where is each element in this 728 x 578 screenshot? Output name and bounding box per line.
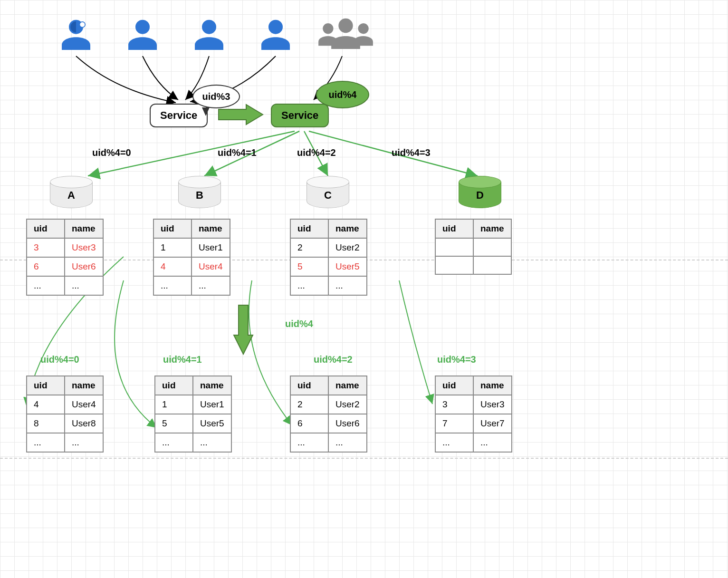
table-row: 5User5 <box>290 257 367 276</box>
cell: 4 <box>153 257 192 276</box>
table-d: uidname <box>435 219 512 275</box>
branch-label: uid%4=1 <box>218 147 257 158</box>
table-row: ...... <box>435 433 512 452</box>
cell: 6 <box>290 414 328 433</box>
cell <box>473 238 511 256</box>
service-label: Service <box>281 109 318 121</box>
col-header: uid <box>290 219 328 238</box>
bottom-branch-label: uid%4=3 <box>437 354 476 365</box>
cell: User7 <box>473 414 512 433</box>
table-a: uidname3User36User6...... <box>26 219 104 296</box>
col-header: uid <box>155 376 193 395</box>
table-row: 2User2 <box>290 395 367 414</box>
cell: 3 <box>435 395 473 414</box>
table-result-0: uidname4User48User8...... <box>26 376 104 453</box>
cell: ... <box>27 433 65 452</box>
cell: ... <box>193 433 231 452</box>
cell: 1 <box>153 238 192 257</box>
cell: ... <box>290 433 328 452</box>
user-icon <box>57 17 95 57</box>
cell: 8 <box>27 414 65 433</box>
bottom-branch-label: uid%4=1 <box>163 354 202 365</box>
cell: 2 <box>290 238 328 257</box>
table-row <box>435 238 511 256</box>
col-header: uid <box>435 376 473 395</box>
cell: User3 <box>65 238 103 257</box>
col-header: name <box>193 376 231 395</box>
col-header: name <box>473 219 511 238</box>
cyl-label: D <box>476 189 484 202</box>
cell <box>435 256 473 274</box>
cell: ... <box>65 433 103 452</box>
table-row: 7User7 <box>435 414 512 433</box>
col-header: uid <box>435 219 473 238</box>
col-header: name <box>65 376 103 395</box>
col-header: name <box>473 376 512 395</box>
table-row: ...... <box>290 433 367 452</box>
cell: User2 <box>328 395 367 414</box>
cell: User6 <box>328 414 367 433</box>
col-header: uid <box>27 219 65 238</box>
table-row: 4User4 <box>27 395 103 414</box>
table-row: 3User3 <box>435 395 512 414</box>
cell: User2 <box>328 238 367 257</box>
cell: ... <box>328 433 367 452</box>
cell: ... <box>65 276 103 295</box>
cyl-label: A <box>67 189 75 202</box>
cell: User4 <box>192 257 230 276</box>
group-icon <box>314 14 378 57</box>
table-row: ...... <box>27 433 103 452</box>
table-row: 1User1 <box>153 238 230 257</box>
cell: ... <box>192 276 230 295</box>
database-cylinder: C <box>307 176 349 209</box>
cell: User6 <box>65 257 103 276</box>
service-bubble-right: uid%4 <box>316 81 369 108</box>
cell: 2 <box>290 395 328 414</box>
table-row: ...... <box>27 276 103 295</box>
bubble-text: uid%3 <box>202 91 230 102</box>
col-header: name <box>328 219 367 238</box>
user-icon <box>190 17 228 57</box>
table-result-3: uidname3User37User7...... <box>435 376 512 453</box>
cell <box>435 238 473 256</box>
cyl-label: C <box>324 189 332 202</box>
cell: User1 <box>192 238 230 257</box>
table-b: uidname1User14User4...... <box>153 219 230 296</box>
cell: 3 <box>27 238 65 257</box>
branch-label: uid%4=3 <box>392 147 431 158</box>
database-cylinder-new: D <box>459 176 501 209</box>
col-header: uid <box>153 219 192 238</box>
service-box-left: Service <box>150 104 208 127</box>
cell: 4 <box>27 395 65 414</box>
cell: 7 <box>435 414 473 433</box>
table-result-2: uidname2User26User6...... <box>290 376 367 453</box>
cell: ... <box>435 433 473 452</box>
table-row: 6User6 <box>27 257 103 276</box>
cell <box>473 256 511 274</box>
bottom-branch-label: uid%4=2 <box>314 354 353 365</box>
table-row: 1User1 <box>155 395 231 414</box>
table-row: ...... <box>290 276 367 295</box>
cell: 5 <box>290 257 328 276</box>
migration-label: uid%4 <box>285 318 313 329</box>
user-icon <box>124 17 162 57</box>
bubble-tail <box>202 107 210 116</box>
cyl-label: B <box>196 189 203 202</box>
table-row: 6User6 <box>290 414 367 433</box>
dashed-divider <box>0 458 728 459</box>
cell: ... <box>155 433 193 452</box>
cell: User3 <box>473 395 512 414</box>
service-label: Service <box>160 109 197 121</box>
service-box-right: Service <box>271 104 329 127</box>
table-row: 2User2 <box>290 238 367 257</box>
cell: User4 <box>65 395 103 414</box>
col-header: uid <box>290 376 328 395</box>
cell: User1 <box>193 395 231 414</box>
cell: ... <box>328 276 367 295</box>
col-header: name <box>328 376 367 395</box>
branch-label: uid%4=0 <box>92 147 131 158</box>
cell: ... <box>27 276 65 295</box>
bubble-text: uid%4 <box>329 89 357 100</box>
bottom-branch-label: uid%4=0 <box>40 354 79 365</box>
col-header: name <box>65 219 103 238</box>
